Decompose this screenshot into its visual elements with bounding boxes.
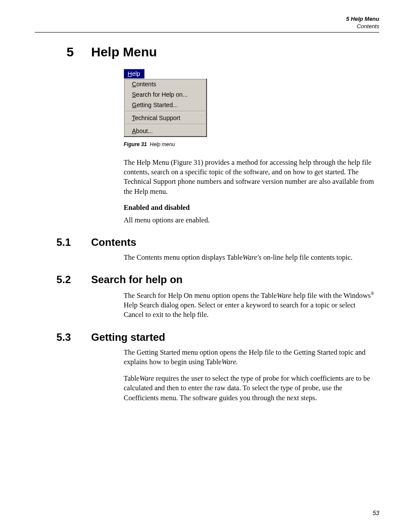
menu-item-getting-started[interactable]: Getting Started... — [124, 100, 206, 110]
menu-item-contents[interactable]: Contents — [124, 79, 206, 89]
menu-separator — [125, 124, 205, 125]
section-5-1-paragraph: The Contents menu option displays TableW… — [124, 253, 375, 262]
section-number-5-1: 5.1 — [35, 236, 91, 248]
menu-help-label[interactable]: Help — [124, 69, 145, 78]
running-header-title: 5 Help Menu — [35, 16, 379, 23]
page-number: 53 — [372, 509, 379, 516]
menu-separator — [125, 111, 205, 112]
chapter-title: Help Menu — [91, 45, 157, 59]
section-5-3-paragraph-1: The Getting Started menu option opens th… — [124, 348, 375, 367]
section-title-getting-started: Getting started — [91, 331, 165, 343]
section-title-contents: Contents — [91, 236, 136, 248]
enabled-heading: Enabled and disabled — [124, 203, 375, 212]
header-rule — [35, 32, 379, 33]
menu-item-technical-support[interactable]: Technical Support — [124, 113, 206, 123]
section-5-3-paragraph-2: TableWare requires the user to select th… — [124, 374, 375, 403]
section-5-2-paragraph: The Search for Help On menu option opens… — [124, 290, 375, 320]
menu-item-search[interactable]: Search for Help on... — [124, 89, 206, 100]
section-number-5-2: 5.2 — [35, 274, 91, 286]
chapter-number: 5 — [35, 45, 91, 59]
figure-caption: Figure 31 Help menu — [124, 141, 375, 147]
running-header-subtitle: Contents — [35, 23, 379, 30]
menu-item-about[interactable]: About... — [124, 126, 206, 136]
section-number-5-3: 5.3 — [35, 331, 91, 343]
intro-paragraph: The Help Menu (Figure 31) provides a met… — [124, 158, 375, 196]
help-menu-figure: Help Contents Search for Help on... Gett… — [124, 69, 375, 137]
section-title-search: Search for help on — [91, 274, 183, 286]
enabled-paragraph: All menu options are enabled. — [124, 215, 375, 225]
